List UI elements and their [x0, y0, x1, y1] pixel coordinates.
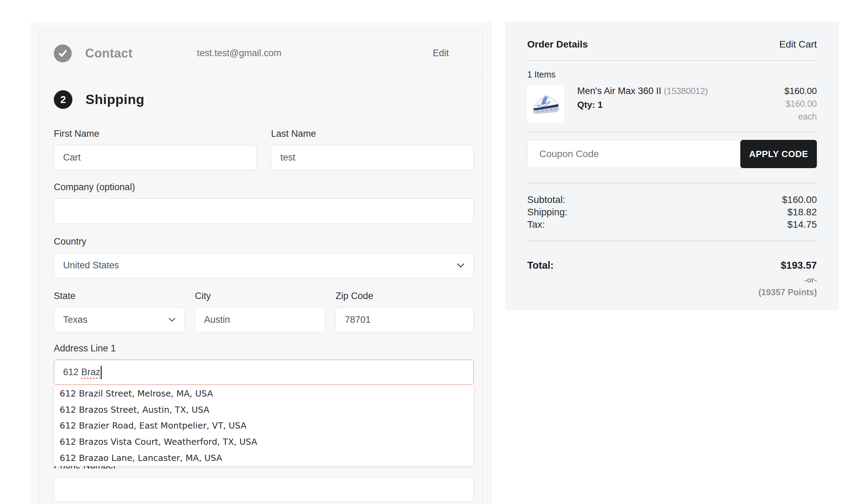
- product-image: [527, 85, 564, 123]
- address-suggestion-item[interactable]: 612 Brazos Vista Court, Weatherford, TX,…: [54, 434, 473, 450]
- state-label: State: [54, 290, 185, 301]
- address-misspelled-word: Braz: [81, 367, 101, 379]
- first-name-label: First Name: [54, 128, 257, 139]
- contact-complete-badge: [54, 44, 72, 62]
- order-details-panel: Order Details Edit Cart 1 Items: [505, 22, 839, 310]
- edit-cart-button[interactable]: Edit Cart: [779, 39, 817, 50]
- product-line-price: $160.00: [784, 86, 817, 96]
- check-icon: [58, 49, 67, 58]
- checkout-page: Contact test.test@gmail.com Edit 2 Shipp…: [0, 0, 851, 504]
- subtotal-row: Subtotal: $160.00: [527, 194, 817, 206]
- product-qty: Qty: 1: [577, 100, 708, 110]
- shipping-cost-row: Shipping: $18.82: [527, 206, 817, 218]
- address-line1-input[interactable]: 612 Braz: [54, 360, 474, 385]
- city-input[interactable]: [195, 307, 326, 332]
- checkout-card: Contact test.test@gmail.com Edit 2 Shipp…: [31, 22, 492, 504]
- tax-value: $14.75: [787, 218, 817, 231]
- product-prices: $160.00 $160.00 each: [784, 85, 817, 123]
- company-label: Company (optional): [54, 182, 474, 193]
- address-suggestion-item[interactable]: 612 Brazao Lane, Lancaster, MA, USA: [54, 450, 473, 466]
- product-sku: (15380012): [664, 86, 708, 96]
- address-suggestion-item[interactable]: 612 Brazos Street, Austin, TX, USA: [54, 402, 473, 418]
- last-name-input[interactable]: [271, 145, 474, 170]
- address-text-prefix: 612: [63, 367, 81, 377]
- shipping-cost-label: Shipping:: [527, 206, 568, 218]
- tax-row: Tax: $14.75: [527, 218, 817, 231]
- contact-edit-button[interactable]: Edit: [433, 48, 449, 59]
- chevron-down-icon: [457, 263, 464, 268]
- product-info: Men's Air Max 360 II (15380012) Qty: 1: [577, 85, 708, 123]
- address-typed-text: 612 Braz: [63, 367, 100, 378]
- company-input[interactable]: [54, 198, 474, 224]
- address-suggestion-item[interactable]: 612 Brazil Street, Melrose, MA, USA: [54, 385, 473, 402]
- zip-code-input[interactable]: [336, 307, 474, 332]
- total-row: Total: $193.57: [527, 260, 817, 271]
- cart-item-row: Men's Air Max 360 II (15380012) Qty: 1 $…: [527, 85, 817, 123]
- total-value: $193.57: [781, 260, 817, 271]
- order-details-header: Order Details Edit Cart: [527, 39, 817, 50]
- country-selected-value: United States: [63, 260, 119, 271]
- divider: [527, 132, 817, 132]
- order-details-title: Order Details: [527, 39, 588, 50]
- shipping-section-title: Shipping: [86, 92, 144, 107]
- address-autocomplete-dropdown: 612 Brazil Street, Melrose, MA, USA 612 …: [54, 385, 474, 466]
- divider: [527, 183, 817, 183]
- points-value: (19357 Points): [527, 287, 817, 297]
- coupon-row: APPLY CODE: [527, 140, 817, 168]
- subtotal-label: Subtotal:: [527, 194, 565, 206]
- last-name-label: Last Name: [271, 128, 474, 139]
- zip-code-label: Zip Code: [336, 290, 474, 301]
- shipping-section-header: 2 Shipping: [54, 90, 474, 109]
- shipping-cost-value: $18.82: [787, 206, 817, 218]
- state-selected-value: Texas: [63, 315, 88, 325]
- product-name: Men's Air Max 360 II: [577, 86, 661, 96]
- first-name-input[interactable]: [54, 145, 257, 170]
- chevron-down-icon: [169, 318, 176, 322]
- contact-email-value: test.test@gmail.com: [197, 48, 281, 59]
- product-unit-price: $160.00: [784, 99, 817, 109]
- coupon-code-input[interactable]: [527, 140, 742, 168]
- or-label: -or-: [527, 276, 817, 285]
- subtotal-value: $160.00: [782, 194, 817, 206]
- text-cursor: [101, 366, 102, 379]
- shipping-form: First Name Last Name Company (optional): [54, 128, 474, 502]
- country-select[interactable]: United States: [54, 253, 474, 278]
- checkout-sections-container: Contact test.test@gmail.com Edit 2 Shipp…: [40, 31, 483, 504]
- shipping-step-badge: 2: [54, 90, 72, 109]
- contact-section-title: Contact: [85, 46, 133, 61]
- product-name-line: Men's Air Max 360 II (15380012): [577, 86, 708, 96]
- apply-code-button[interactable]: APPLY CODE: [740, 140, 817, 168]
- shipping-section: 2 Shipping First Name Last Name: [40, 76, 482, 502]
- sneaker-image: [529, 87, 562, 121]
- tax-label: Tax:: [527, 218, 545, 231]
- contact-section-header: Contact test.test@gmail.com Edit: [40, 31, 482, 76]
- divider: [527, 60, 817, 61]
- address-suggestion-item[interactable]: 612 Brazier Road, East Montpelier, VT, U…: [54, 418, 473, 434]
- divider: [527, 241, 817, 241]
- phone-number-input[interactable]: [54, 477, 474, 502]
- state-select[interactable]: Texas: [54, 307, 185, 332]
- product-unit-suffix: each: [784, 112, 817, 122]
- country-label: Country: [54, 236, 474, 247]
- total-label: Total:: [527, 260, 554, 271]
- order-summary: Subtotal: $160.00 Shipping: $18.82 Tax: …: [527, 194, 817, 231]
- city-label: City: [195, 290, 326, 301]
- items-count: 1 Items: [527, 70, 817, 80]
- address-line1-label: Address Line 1: [54, 343, 474, 354]
